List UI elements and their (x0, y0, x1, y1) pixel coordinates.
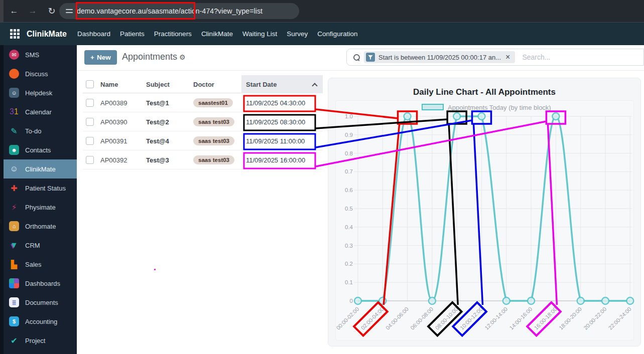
doctor-tag[interactable]: saastest01 (193, 98, 233, 107)
column-header-start-date[interactable]: Start Date (246, 75, 277, 93)
cell-start-date: 11/09/2025 08:30:00 (246, 112, 305, 131)
search-icon (353, 54, 359, 60)
nav-item-waiting-list[interactable]: Waiting List (242, 30, 277, 38)
doctor-tag[interactable]: saas test03 (193, 117, 234, 126)
sidebar-item-sms[interactable]: ✉SMS (4, 45, 77, 64)
svg-text:16:00-18:00: 16:00-18:00 (533, 306, 558, 331)
svg-text:0.7: 0.7 (345, 168, 353, 174)
chart-point[interactable] (478, 113, 485, 120)
chart-point[interactable] (602, 297, 609, 304)
table-row[interactable]: AP00390Test@2saas test0311/09/2025 08:30… (83, 112, 323, 131)
sidebar-item-label: Discuss (25, 70, 48, 78)
chart-point[interactable] (528, 297, 535, 304)
url-annotation-box (76, 2, 195, 20)
browser-forward-icon[interactable]: → (27, 5, 39, 17)
sidebar-item-project[interactable]: ✔Project (4, 331, 77, 350)
chart-point[interactable] (429, 297, 436, 304)
svg-text:0.5: 0.5 (345, 206, 353, 212)
row-checkbox[interactable] (86, 156, 94, 164)
row-checkbox[interactable] (86, 99, 94, 107)
svg-text:08:00-10:00: 08:00-10:00 (434, 306, 459, 331)
row-checkbox[interactable] (86, 118, 94, 126)
table-row[interactable]: AP00391Test@4saas test0311/09/2025 11:00… (83, 131, 323, 150)
screen: ← → ↻ demo.vantagecore.au/saasmate/actio… (0, 0, 644, 354)
sidebar-item-label: Calendar (25, 108, 52, 116)
nav-item-patients[interactable]: Patients (120, 30, 145, 38)
new-button[interactable]: +New (84, 50, 117, 65)
sidebar-item-sales[interactable]: ▙Sales (4, 255, 77, 274)
control-panel-divider (77, 70, 644, 71)
calendar-icon: 31 (9, 107, 19, 117)
nav-item-clinikmate[interactable]: ClinikMate (201, 30, 233, 38)
svg-text:0.1: 0.1 (345, 279, 353, 285)
chart-grid (354, 116, 632, 301)
row-checkbox[interactable] (86, 137, 94, 145)
sidebar-item-label: ClinikMate (25, 165, 56, 173)
svg-text:0.9: 0.9 (345, 132, 353, 138)
sidebar-item-patient-status[interactable]: ✚Patient Status (4, 179, 77, 198)
contacts-icon: ☻ (9, 145, 19, 155)
sidebar-item-accounting[interactable]: $Accounting (4, 312, 77, 331)
chart-point[interactable] (626, 297, 633, 304)
sidebar-item-label: Patient Status (25, 185, 66, 192)
cell-start-date: 11/09/2025 04:30:00 (246, 93, 305, 112)
cell-subject: Test@3 (146, 150, 169, 169)
doctor-tag[interactable]: saas test03 (193, 136, 234, 145)
chart-point[interactable] (453, 113, 460, 120)
nav-menu: DashboardPatientsPractitionersClinikMate… (77, 30, 358, 38)
browser-reload-icon[interactable]: ↻ (46, 5, 58, 17)
sidebar-item-calendar[interactable]: 31Calendar (4, 102, 77, 121)
clinikmate-icon: ☺ (9, 164, 19, 174)
sales-icon: ▙ (9, 259, 19, 269)
daily-line-chart: 1.00.90.80.70.60.50.40.30.20.1000:00-02:… (328, 78, 641, 346)
sidebar-item-helpdesk[interactable]: ☺Helpdesk (4, 83, 77, 102)
filter-remove-icon[interactable]: × (504, 53, 511, 61)
svg-text:22:00-24:00: 22:00-24:00 (607, 306, 632, 331)
browser-back-icon[interactable]: ← (8, 5, 20, 17)
chart-point[interactable] (379, 297, 386, 304)
cell-subject: Test@4 (146, 131, 169, 150)
gear-icon[interactable]: ⚙ (179, 53, 186, 61)
column-header-doctor[interactable]: Doctor (193, 75, 214, 93)
column-header-subject[interactable]: Subject (146, 75, 170, 93)
select-all-checkbox[interactable] (86, 80, 94, 88)
sidebar-item-contacts[interactable]: ☻Contacts (4, 140, 77, 159)
chart-point[interactable] (577, 297, 584, 304)
nav-item-survey[interactable]: Survey (287, 30, 308, 38)
top-navbar: ClinikMate DashboardPatientsPractitioner… (0, 22, 644, 45)
sidebar-item-label: Contacts (25, 146, 51, 154)
site-settings-icon[interactable] (66, 8, 73, 15)
sidebar-item-label: Sales (25, 261, 42, 268)
chart-point[interactable] (404, 113, 411, 120)
apps-menu-icon[interactable] (10, 29, 20, 39)
sidebar-item-crm[interactable]: ▼CRM (4, 236, 77, 255)
filter-chip[interactable]: Start is between 11/09/2025 00:00:17 an.… (364, 51, 515, 63)
chart-point[interactable] (354, 297, 361, 304)
sidebar-item-to-do[interactable]: ✎To-do (4, 121, 77, 140)
sidebar-item-label: CRM (25, 242, 40, 249)
sort-asc-icon[interactable] (313, 83, 317, 87)
column-header-name[interactable]: Name (100, 75, 118, 93)
sidebar-item-documents[interactable]: ≣Documents (4, 293, 77, 312)
app-brand[interactable]: ClinikMate (27, 30, 67, 39)
discuss-icon (9, 69, 19, 79)
chart-point[interactable] (503, 297, 510, 304)
nav-item-configuration[interactable]: Configuration (317, 30, 357, 38)
sidebar-item-discuss[interactable]: Discuss (4, 64, 77, 83)
svg-text:0.6: 0.6 (345, 187, 353, 193)
search-bar[interactable]: Start is between 11/09/2025 00:00:17 an.… (346, 49, 644, 66)
sidebar-item-physimate[interactable]: ⚡Physimate (4, 198, 77, 217)
table-row[interactable]: AP00392Test@3saas test0311/09/2025 16:00… (83, 150, 323, 169)
filter-chip-label: Start is between 11/09/2025 00:00:17 an.… (378, 54, 501, 61)
stray-dot-artifact (154, 269, 156, 270)
svg-text:0.8: 0.8 (345, 150, 353, 156)
sidebar-item-dashboards[interactable]: Dashboards (4, 274, 77, 293)
cell-doctor: saastest01 (193, 93, 233, 112)
chart-point[interactable] (552, 113, 559, 120)
sidebar-item-clinikmate[interactable]: ☺ClinikMate (4, 159, 77, 179)
nav-item-dashboard[interactable]: Dashboard (77, 30, 110, 38)
table-row[interactable]: AP00389Test@1saastest0111/09/2025 04:30:… (83, 93, 323, 112)
sidebar-item-orthomate[interactable]: ⌂Orthomate (4, 217, 77, 236)
doctor-tag[interactable]: saas test03 (193, 155, 234, 164)
nav-item-practitioners[interactable]: Practitioners (154, 30, 192, 38)
